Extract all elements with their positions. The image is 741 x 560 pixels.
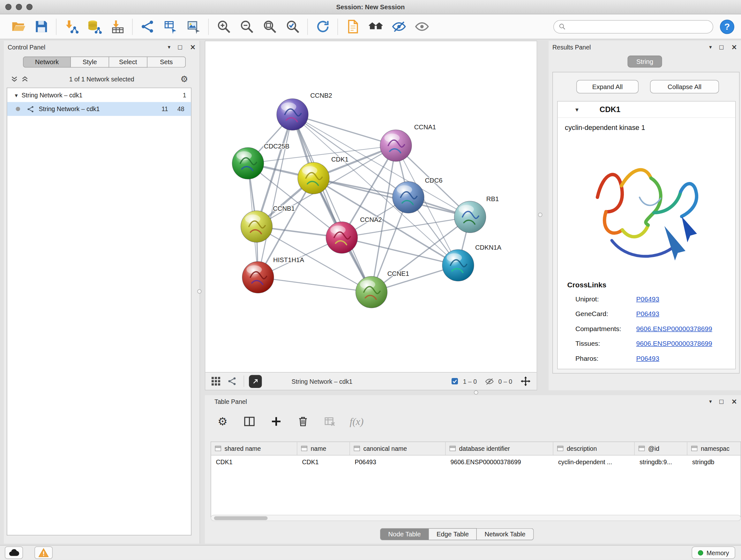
close-window-button[interactable] — [5, 4, 12, 10]
bottom-splitter-handle[interactable] — [474, 390, 478, 395]
zoom-selected-button[interactable] — [281, 16, 304, 37]
apply-layout-button[interactable] — [311, 16, 334, 37]
export-image-button[interactable] — [182, 16, 205, 37]
search-input[interactable] — [569, 23, 708, 30]
network-canvas[interactable]: CCNB2CCNA1CDC25BCDK1CDC6RB1CCNB1CCNA2CDK… — [205, 41, 537, 372]
crosslink-value-link[interactable]: P06493 — [636, 310, 659, 317]
crosslink-value-link[interactable]: 9606.ENSP00000378699 — [636, 339, 712, 347]
collapse-all-button[interactable]: Collapse All — [650, 80, 719, 94]
warnings-button[interactable] — [35, 547, 53, 559]
close-panel-icon[interactable]: × — [731, 44, 737, 51]
new-network-button[interactable] — [136, 16, 159, 37]
crosslink-label: Tissues: — [576, 339, 636, 347]
tab-network[interactable]: Network — [23, 57, 71, 68]
network-node-CDC25B[interactable] — [232, 147, 264, 179]
crosslink-value-link[interactable]: P06493 — [636, 354, 659, 362]
column-header-database-identifier[interactable]: database identifier — [446, 442, 554, 455]
network-collection-row[interactable]: ▾ String Network – cdk1 1 — [7, 88, 191, 102]
crosslink-row: Tissues:9606.ENSP00000378699 — [558, 336, 736, 351]
column-header-shared-name[interactable]: shared name — [211, 442, 297, 455]
import-table-from-file-button[interactable] — [106, 16, 129, 37]
add-column-button[interactable] — [241, 414, 258, 430]
import-network-from-database-button[interactable] — [83, 16, 106, 37]
column-header--id[interactable]: @id — [635, 442, 687, 455]
right-splitter-handle[interactable] — [538, 212, 542, 217]
tab-style[interactable]: Style — [71, 57, 109, 68]
add-row-button[interactable] — [268, 414, 284, 430]
delete-column-button[interactable] — [295, 414, 311, 430]
close-panel-icon[interactable]: × — [731, 398, 737, 405]
selected-checkbox-icon[interactable] — [451, 377, 459, 385]
hidden-eye-slash-icon[interactable] — [485, 377, 494, 386]
network-node-CDKN1A[interactable] — [442, 250, 474, 281]
table-settings-gear-icon[interactable]: ⚙ — [214, 414, 231, 430]
float-panel-icon[interactable]: □ — [719, 44, 724, 50]
collapse-panel-icon[interactable]: ▾ — [168, 44, 171, 50]
network-from-table-icon — [163, 19, 178, 34]
network-node-CCNA2[interactable] — [326, 222, 358, 253]
network-node-HIST1H1A[interactable] — [242, 261, 274, 293]
expand-all-button[interactable]: Expand All — [576, 80, 638, 94]
memory-button[interactable]: Memory — [692, 547, 735, 559]
network-options-gear-icon[interactable]: ⚙ — [180, 74, 188, 84]
network-node-CCNA1[interactable] — [380, 130, 412, 162]
node-label-CDC25B: CDC25B — [264, 143, 289, 150]
collapse-panel-icon[interactable]: ▾ — [709, 398, 712, 405]
left-splitter-handle[interactable] — [197, 289, 202, 294]
network-node-RB1[interactable] — [455, 201, 486, 233]
home-view-button[interactable] — [364, 16, 387, 37]
network-node-CDC6[interactable] — [393, 182, 424, 213]
screen: Session: New Session — [0, 0, 741, 560]
network-node-CCNB1[interactable] — [241, 211, 273, 242]
tab-sets[interactable]: Sets — [147, 57, 186, 68]
entry-header[interactable]: ▾ CDK1 — [558, 102, 736, 118]
network-from-table-button[interactable] — [159, 16, 182, 37]
open-folder-icon — [11, 19, 26, 34]
network-node-CDK1[interactable] — [298, 163, 329, 194]
table-horizontal-scrollbar[interactable] — [211, 515, 741, 521]
network-overview-button[interactable] — [227, 376, 237, 386]
column-header-canonical-name[interactable]: canonical name — [350, 442, 446, 455]
network-row-selected[interactable]: String Network – cdk1 11 48 — [7, 102, 191, 116]
network-node-CCNB2[interactable] — [277, 99, 308, 130]
cloud-status-button[interactable] — [5, 547, 23, 559]
tab-network-table[interactable]: Network Table — [477, 528, 534, 541]
birds-eye-view-button[interactable] — [211, 376, 221, 386]
tab-string[interactable]: String — [628, 56, 662, 68]
tab-edge-table[interactable]: Edge Table — [429, 528, 477, 541]
scrollbar-thumb[interactable] — [214, 516, 268, 520]
tab-select[interactable]: Select — [109, 57, 147, 68]
maximize-window-button[interactable] — [26, 4, 33, 10]
show-hidden-button[interactable] — [410, 16, 433, 37]
tab-node-table[interactable]: Node Table — [380, 528, 429, 541]
open-session-button[interactable] — [7, 16, 30, 37]
crosslink-value-link[interactable]: P06493 — [636, 295, 659, 302]
table-panel: Table Panel ▾ □ × ⚙ f — [205, 395, 741, 544]
close-panel-icon[interactable]: × — [190, 44, 196, 51]
export-network-button[interactable] — [249, 375, 262, 388]
node-label-CDK1: CDK1 — [331, 156, 348, 163]
zoom-fit-button[interactable] — [258, 16, 281, 37]
column-header-name[interactable]: name — [297, 442, 350, 455]
hide-selected-button[interactable] — [387, 16, 410, 37]
zoom-out-button[interactable] — [235, 16, 258, 37]
crosslink-value-link[interactable]: 9606.ENSP00000378699 — [636, 324, 712, 332]
float-panel-icon[interactable]: □ — [178, 44, 183, 50]
annotation-button[interactable] — [341, 16, 364, 37]
zoom-in-button[interactable] — [212, 16, 235, 37]
table-row[interactable]: CDK1CDK1P064939606.ENSP00000378699cyclin… — [211, 455, 741, 469]
help-button[interactable]: ? — [720, 19, 734, 34]
network-collection-count: 1 — [183, 91, 186, 99]
column-header-namespac[interactable]: namespac — [687, 442, 741, 455]
float-panel-icon[interactable]: □ — [719, 398, 724, 405]
save-session-button[interactable] — [30, 16, 53, 37]
column-header-description[interactable]: description — [553, 442, 635, 455]
crosshair-move-icon[interactable] — [521, 376, 531, 387]
toolbar-separator — [56, 18, 57, 35]
collapse-panel-icon[interactable]: ▾ — [709, 44, 712, 50]
network-node-CCNE1[interactable] — [356, 276, 387, 308]
tree-expand-icon[interactable]: ▾ — [15, 91, 18, 98]
entry-expand-icon[interactable]: ▾ — [576, 106, 579, 113]
import-network-from-file-button[interactable] — [60, 16, 83, 37]
minimize-window-button[interactable] — [16, 4, 22, 10]
